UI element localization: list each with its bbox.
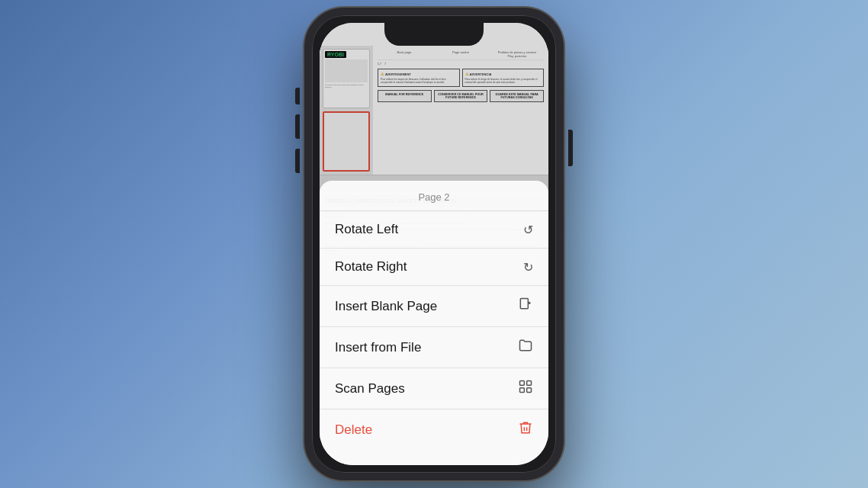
rotate-right-item[interactable]: Rotate Right ↻: [320, 249, 548, 286]
scan-pages-item[interactable]: Scan Pages: [320, 368, 548, 409]
scan-pages-label: Scan Pages: [335, 381, 405, 396]
rotate-left-item[interactable]: Rotate Left ↺: [320, 211, 548, 249]
menu-page-label: Page 2: [320, 181, 548, 211]
insert-from-file-item[interactable]: Insert from File: [320, 327, 548, 368]
svg-rect-4: [527, 381, 532, 386]
phone-wrapper: RYOBI To reduce the must read and operat…: [304, 8, 564, 480]
rotate-left-icon: ↺: [523, 223, 533, 237]
insert-blank-page-icon: [518, 297, 533, 316]
volume-up-button[interactable]: [295, 114, 300, 139]
insert-blank-page-label: Insert Blank Page: [335, 299, 437, 314]
svg-rect-6: [527, 388, 532, 393]
notch: [384, 23, 484, 46]
svg-rect-5: [520, 388, 525, 393]
insert-blank-page-item[interactable]: Insert Blank Page: [320, 286, 548, 327]
rotate-left-label: Rotate Left: [335, 222, 398, 237]
delete-label: Delete: [335, 422, 372, 438]
rotate-right-label: Rotate Right: [335, 259, 407, 274]
insert-from-file-label: Insert from File: [335, 340, 421, 355]
insert-from-file-icon: [518, 338, 533, 357]
scan-pages-icon: [518, 379, 533, 398]
mute-button[interactable]: [295, 88, 300, 104]
context-menu: Page 2 Rotate Left ↺ Rotate Right ↻ Inse…: [320, 181, 548, 465]
delete-icon: [518, 420, 533, 439]
svg-rect-3: [520, 381, 525, 386]
context-menu-overlay: Page 2 Rotate Left ↺ Rotate Right ↻ Inse…: [320, 23, 548, 465]
svg-rect-0: [520, 299, 528, 309]
rotate-right-icon: ↻: [523, 260, 533, 274]
power-button[interactable]: [568, 130, 573, 166]
phone-frame: RYOBI To reduce the must read and operat…: [304, 8, 564, 480]
delete-item[interactable]: Delete: [320, 409, 548, 450]
phone-screen: RYOBI To reduce the must read and operat…: [320, 23, 548, 465]
volume-down-button[interactable]: [295, 149, 300, 173]
